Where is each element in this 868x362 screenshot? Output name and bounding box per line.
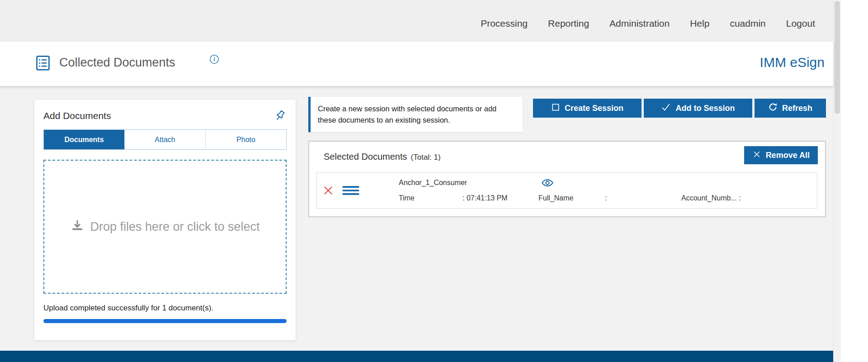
vertical-scrollbar[interactable] [833, 0, 841, 362]
tab-documents[interactable]: Documents [44, 130, 124, 149]
session-info-message: Create a new session with selected docum… [308, 97, 523, 132]
x-icon [752, 150, 761, 161]
refresh-icon [768, 102, 778, 114]
checkmark-icon [661, 102, 671, 114]
add-documents-panel: Add Documents Documents Attach Photo [34, 100, 296, 340]
session-info-text: Create a new session with selected docum… [318, 105, 496, 124]
square-icon [551, 103, 560, 114]
drag-handle-hamburger-icon[interactable] [342, 185, 359, 196]
scrollbar-thumb[interactable] [835, 1, 840, 114]
download-icon [70, 219, 85, 235]
brand-imm-esign: IMM eSign [760, 55, 825, 70]
file-dropzone[interactable]: Drop files here or click to select [43, 160, 287, 294]
full-name-separator: : [605, 194, 607, 202]
create-session-button[interactable]: Create Session [533, 99, 642, 118]
preview-eye-icon[interactable] [540, 177, 555, 188]
tab-photo[interactable]: Photo [205, 130, 286, 149]
nav-logout[interactable]: Logout [786, 18, 815, 29]
remove-document-icon[interactable] [322, 185, 334, 196]
remove-all-button[interactable]: Remove All [744, 146, 818, 164]
time-label: Time [399, 194, 415, 202]
upload-progress [43, 319, 287, 323]
svg-text:i: i [213, 56, 215, 62]
remove-all-label: Remove All [766, 151, 810, 160]
add-to-session-label: Add to Session [675, 104, 735, 113]
dropzone-label: Drop files here or click to select [90, 220, 259, 234]
footer-bar [0, 351, 833, 362]
add-to-session-button[interactable]: Add to Session [644, 99, 752, 118]
nav-help[interactable]: Help [690, 18, 709, 29]
refresh-label: Refresh [782, 104, 812, 113]
time-value: : 07:41:13 PM [462, 194, 508, 202]
upload-progress-fill [43, 319, 287, 323]
account-number-label: Account_Numb... : [681, 194, 741, 202]
selected-documents-panel: Selected Documents (Total: 1) Remove All [308, 141, 826, 217]
top-navigation: Processing Reporting Administration Help… [481, 0, 815, 44]
document-name: Anchor_1_Consumer [399, 179, 467, 187]
info-icon[interactable]: i [209, 54, 220, 65]
nav-cuadmin[interactable]: cuadmin [730, 18, 765, 29]
app-header: Collected Documents i IMM eSign [0, 42, 833, 86]
tab-attach[interactable]: Attach [124, 130, 205, 149]
refresh-button[interactable]: Refresh [755, 99, 826, 118]
selected-documents-title: Selected Documents [324, 152, 407, 162]
add-documents-header: Add Documents [43, 109, 287, 123]
nav-processing[interactable]: Processing [481, 18, 528, 29]
create-session-label: Create Session [565, 104, 623, 113]
page: Processing Reporting Administration Help… [0, 0, 868, 362]
pushpin-icon[interactable] [273, 109, 287, 123]
nav-reporting[interactable]: Reporting [548, 18, 589, 29]
collected-documents-icon [34, 54, 52, 71]
document-row: Anchor_1_Consumer Time : 07:41:13 PM Ful… [316, 172, 817, 209]
selected-documents-total: (Total: 1) [411, 153, 441, 162]
selected-documents-header: Selected Documents (Total: 1) [324, 152, 441, 162]
add-documents-tabs: Documents Attach Photo [43, 129, 287, 150]
full-name-label: Full_Name [538, 194, 573, 202]
top-navigation-bar: Processing Reporting Administration Help… [0, 0, 833, 42]
nav-administration[interactable]: Administration [609, 18, 670, 29]
upload-status-text: Upload completed successfully for 1 docu… [43, 304, 287, 313]
page-title: Collected Documents [59, 56, 175, 70]
add-documents-title: Add Documents [43, 110, 111, 121]
